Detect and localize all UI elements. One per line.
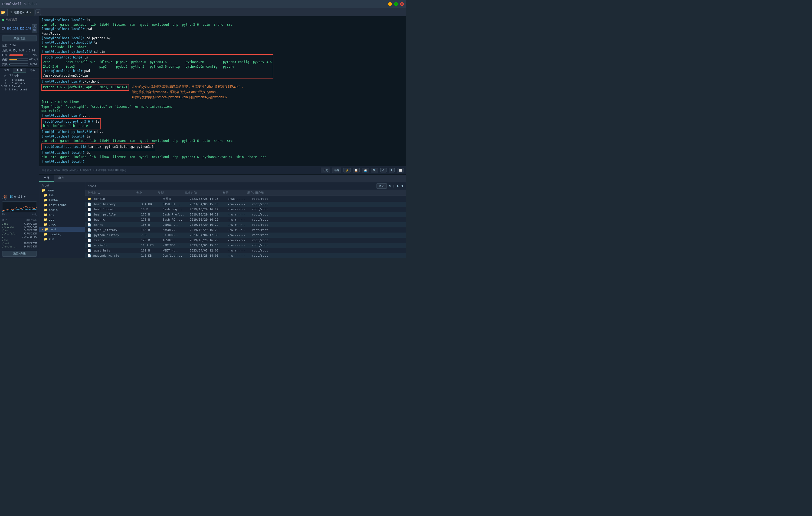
tree-item-home[interactable]: 📁 home xyxy=(39,188,85,193)
file-row[interactable]: 📄 .bash_history 3.4 KB BASH_HI... 2023/0… xyxy=(85,202,406,207)
net-down-arrow: ↓3K xyxy=(8,195,13,198)
col-perm[interactable]: 权限 xyxy=(223,191,247,195)
tree-item-mnt[interactable]: 📁 mnt xyxy=(39,212,85,217)
close-button[interactable]: ✕ xyxy=(400,2,404,6)
proc-header: 内 CPU 命令 xyxy=(0,74,39,78)
cpu-bar-bg xyxy=(9,54,28,56)
server-tab[interactable]: 1 服务器-04 ✕ xyxy=(7,9,34,16)
file-row[interactable]: 📄 .python_history 7 B PYTHON... 2023/04/… xyxy=(85,233,406,238)
file-row[interactable]: 📄 anaconda-ks.cfg 1.1 KB Configur... 202… xyxy=(85,253,406,258)
bottom-tab-bar: 文件 命令 xyxy=(39,175,406,182)
file-icon: 📄 xyxy=(87,243,91,247)
window-controls: — □ ✕ xyxy=(388,2,404,6)
upgrade-button[interactable]: 激活/升级 xyxy=(2,251,37,257)
mem-metric: 内存 621M/1.4G xyxy=(0,57,39,62)
search-button[interactable]: 🔍 xyxy=(371,168,378,172)
folder-icon: 📁 xyxy=(44,218,48,222)
minimize-button[interactable]: — xyxy=(388,2,392,6)
file-row[interactable]: 📄 .bash_logout 18 B Bash Log... 2019/10/… xyxy=(85,207,406,212)
file-tree: /root 📁 home 📁 lib 📁 lib64 📁 xyxy=(39,182,85,258)
folder-icon: 📁 xyxy=(41,189,46,192)
ptab-mem[interactable]: 内存 xyxy=(0,68,13,73)
tree-item-lost[interactable]: 📁 lost+found xyxy=(39,202,85,207)
file-row[interactable]: 📁 .config 文件夹 2023/03/28 14:13 drwx-----… xyxy=(85,196,406,202)
folder-icon: 📁 xyxy=(44,208,48,212)
file-table-body: 📁 .config 文件夹 2023/03/28 14:13 drwx-----… xyxy=(85,196,406,258)
tree-item-lib64[interactable]: 📁 lib64 xyxy=(39,198,85,202)
col-size[interactable]: 大小 xyxy=(136,191,158,195)
disk-row: /boot782M/975M xyxy=(0,242,39,245)
terminal-output[interactable]: [root@localhost local]# ls bin etc games… xyxy=(39,16,406,166)
runtime-info: 运行 7:24 xyxy=(0,43,39,48)
tree-item-proc[interactable]: 📁 proc xyxy=(39,222,85,227)
tree-item-run[interactable]: 📁 run xyxy=(39,237,85,241)
up-dir-icon[interactable]: ↑ xyxy=(393,184,395,188)
tab-close-icon[interactable]: ✕ xyxy=(30,11,31,14)
file-row[interactable]: 📄 .bashrc 176 B Bash RC ... 2019/10/29 1… xyxy=(85,217,406,222)
file-icon: 📄 xyxy=(87,208,91,211)
history-btn[interactable]: 历史 xyxy=(377,183,387,189)
expand-arrow: ▼ xyxy=(41,228,43,231)
file-row[interactable]: 📄 .tcshrc 129 B TCSHRC... 2019/10/29 16:… xyxy=(85,238,406,243)
clipboard-button[interactable]: 📋 xyxy=(353,168,360,172)
tree-item-media[interactable]: 📁 media xyxy=(39,207,85,212)
select-button[interactable]: 选择 xyxy=(332,168,341,173)
save-button[interactable]: 💾 xyxy=(362,168,369,172)
file-panel: /root 📁 home 📁 lib 📁 lib64 📁 xyxy=(39,182,406,258)
sysinfo-button[interactable]: 系统信息 xyxy=(2,35,37,41)
file-list-toolbar: /root 历史 ↻ ↑ ⬇ ⬆ xyxy=(85,182,406,190)
tree-item-root[interactable]: ▼ 📁 root xyxy=(39,227,85,232)
net-up-arrow: ↑9K xyxy=(2,195,7,198)
add-tab-button[interactable]: + xyxy=(35,9,41,15)
copy-ip-button[interactable]: 复制 xyxy=(32,24,37,32)
bottom-panel: 文件 命令 /root 📁 home 📁 lib 📁 xyxy=(39,174,406,258)
tree-item-lib[interactable]: 📁 lib xyxy=(39,193,85,198)
file-icon: 📄 xyxy=(87,218,91,222)
col-name[interactable]: 文件名 ▲ xyxy=(87,191,136,195)
tree-item-opt[interactable]: 📁 opt xyxy=(39,217,85,222)
proc-row[interactable]: 3.7M 0.7 sshd xyxy=(0,85,39,88)
mem-value: 621M/1.4G xyxy=(29,58,37,61)
tab-file[interactable]: 文件 xyxy=(39,175,54,182)
upload-icon[interactable]: ⬆ xyxy=(401,184,404,188)
file-icon: 📄 xyxy=(87,238,91,242)
ptab-cmd[interactable]: 命令 xyxy=(26,68,39,73)
maximize-button[interactable]: □ xyxy=(394,2,398,6)
sync-indicator xyxy=(2,19,4,21)
terminal-input[interactable] xyxy=(128,168,319,172)
proc-row[interactable]: 0 2 kswapd0 xyxy=(0,78,39,82)
col-mtime[interactable]: 修改时间 xyxy=(185,191,223,195)
screen-button[interactable]: ⬜ xyxy=(397,168,404,172)
download-icon[interactable]: ⬇ xyxy=(396,184,399,188)
main-layout: 同步状态 IP 192.168.120.148 复制 系统信息 运行 7:24 … xyxy=(0,16,406,258)
folder-icon: 📁 xyxy=(44,237,48,241)
proc-row[interactable]: 0 0.3 rcu_sched xyxy=(0,88,39,91)
load-info: 负载 0.55, 0.84, 0.69 xyxy=(0,48,39,53)
proc-row[interactable]: 0 2 kworker/ xyxy=(0,82,39,85)
lightning-button[interactable]: ⚡ xyxy=(344,168,350,172)
folder-icon: 📁 xyxy=(44,227,48,231)
net-iface[interactable]: ens33 ▼ xyxy=(14,195,25,198)
file-row[interactable]: 📄 .bash_profile 176 B Bash Prof... 2019/… xyxy=(85,212,406,217)
file-icon: 📄 xyxy=(87,233,91,237)
settings-button[interactable]: ⚙ xyxy=(380,168,386,172)
file-row[interactable]: 📄 .cshrc 100 B CSHRC ... 2019/10/29 16:2… xyxy=(85,222,406,227)
file-row[interactable]: 📄 .viminfo 11.1 KB VIMINFO... 2023/04/05… xyxy=(85,243,406,248)
file-row[interactable]: 📄 .mysql_history 168 B MYSQL... 2019/10/… xyxy=(85,227,406,233)
file-icon: 📄 xyxy=(87,228,91,232)
tab-cmd[interactable]: 命令 xyxy=(54,175,68,182)
right-panel: [root@localhost local]# ls bin etc games… xyxy=(39,16,406,258)
machine-label: 本机 xyxy=(32,213,37,216)
file-row[interactable]: 📄 .wget-hsts 169 B WGET-H... 2023/04/05 … xyxy=(85,248,406,253)
ptab-cpu[interactable]: CPU xyxy=(13,68,26,73)
download-button[interactable]: ⬇ xyxy=(389,168,395,172)
tree-item-config[interactable]: 📁 .config xyxy=(39,232,85,237)
refresh-icon[interactable]: ↻ xyxy=(388,184,392,188)
history-button[interactable]: 历史 xyxy=(321,168,330,173)
net-scale-high: 16K xyxy=(2,198,6,201)
disk-row: /run646M/727M xyxy=(0,229,39,232)
sidebar: 同步状态 IP 192.168.120.148 复制 系统信息 运行 7:24 … xyxy=(0,16,39,258)
col-type[interactable]: 类型 xyxy=(158,191,185,195)
col-owner[interactable]: 用户/用户组 xyxy=(247,191,274,195)
mem-bar-bg xyxy=(9,58,28,61)
